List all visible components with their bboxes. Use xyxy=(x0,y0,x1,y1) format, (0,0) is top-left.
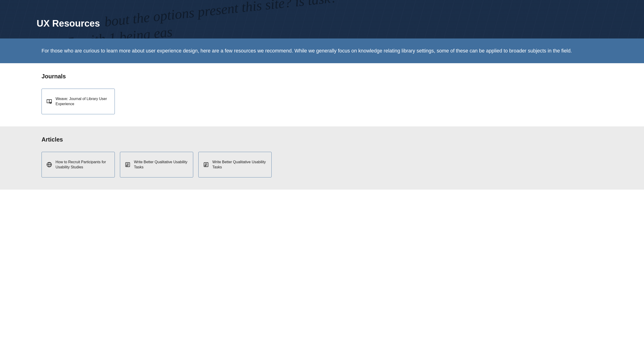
articles-heading: Articles xyxy=(42,136,602,143)
page-title: UX Resources xyxy=(37,18,100,29)
articles-section: Articles How to Recruit Participants for… xyxy=(0,126,644,190)
journal-card[interactable]: Weave: Journal of Library User Experienc… xyxy=(42,89,115,114)
journals-grid: Weave: Journal of Library User Experienc… xyxy=(42,89,602,114)
svg-rect-7 xyxy=(126,165,128,166)
journal-card-title: Weave: Journal of Library User Experienc… xyxy=(56,96,110,107)
globe-icon xyxy=(46,162,52,167)
article-card[interactable]: Write Better Qualitative Usability Tasks xyxy=(198,152,272,177)
article-card[interactable]: How to Recruit Participants for Usabilit… xyxy=(42,152,115,177)
book-icon xyxy=(46,99,52,104)
article-card-title: Write Better Qualitative Usability Tasks xyxy=(212,159,267,170)
article-card[interactable]: Write Better Qualitative Usability Tasks xyxy=(120,152,193,177)
journals-section: Journals Weave: Journal of Library User … xyxy=(0,63,644,126)
article-card-title: Write Better Qualitative Usability Tasks xyxy=(134,159,188,170)
article-icon xyxy=(125,162,130,167)
articles-grid: How to Recruit Participants for Usabilit… xyxy=(42,152,602,177)
svg-rect-12 xyxy=(205,165,206,166)
journals-heading: Journals xyxy=(42,73,602,80)
article-card-title: How to Recruit Participants for Usabilit… xyxy=(56,159,110,170)
intro-text: For those who are curious to learn more … xyxy=(42,47,602,54)
intro-section: For those who are curious to learn more … xyxy=(0,38,644,63)
article-icon xyxy=(203,162,209,167)
hero-section: bout the options present this site? is t… xyxy=(0,0,644,38)
